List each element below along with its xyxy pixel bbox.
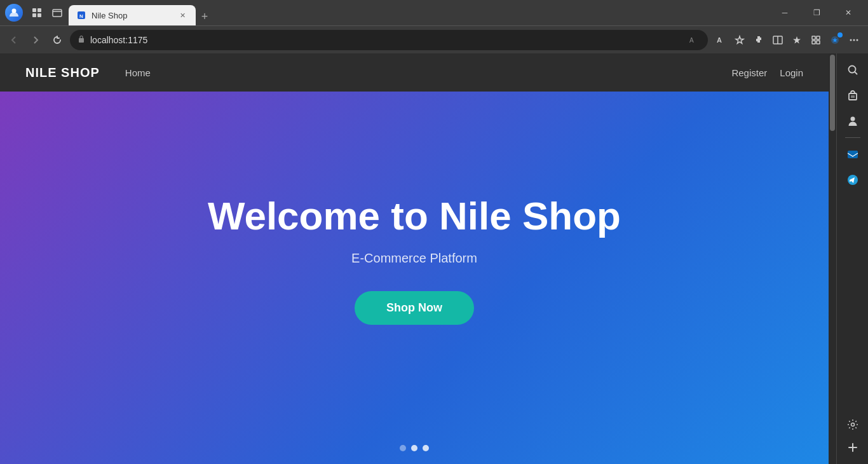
tab-title: Nile Shop [92, 11, 172, 20]
favorites-bar-button[interactable] [788, 31, 806, 49]
svg-rect-16 [817, 41, 820, 44]
minimize-button[interactable]: ─ [770, 3, 799, 23]
svg-text:N: N [79, 13, 83, 19]
window-controls: ─ ❒ ✕ [770, 3, 863, 23]
site-logo[interactable]: NILE SHOP [25, 65, 100, 80]
add-sidebar-button[interactable] [841, 436, 864, 459]
shopping-sidebar-button[interactable] [841, 84, 864, 107]
sidebar-divider [845, 137, 860, 138]
svg-point-19 [853, 39, 855, 41]
refresh-button[interactable] [48, 31, 66, 49]
security-icon [78, 35, 85, 44]
carousel-dot-3[interactable] [423, 445, 429, 451]
address-bar-icons: A [685, 32, 700, 48]
more-button[interactable] [845, 31, 863, 49]
svg-rect-8 [79, 38, 84, 43]
svg-rect-3 [32, 13, 36, 17]
svg-rect-1 [32, 8, 36, 12]
favorites-button[interactable] [731, 31, 749, 49]
svg-point-27 [851, 423, 854, 426]
profile-icon[interactable] [5, 4, 23, 22]
carousel-dot-2[interactable] [411, 445, 417, 451]
svg-text:A: A [689, 37, 694, 44]
close-button[interactable]: ✕ [834, 3, 863, 23]
extensions-button[interactable] [750, 31, 768, 49]
address-text[interactable]: localhost:1175 [90, 35, 680, 45]
sidebar-bottom [841, 413, 864, 459]
svg-point-24 [850, 117, 855, 121]
carousel-dot-1[interactable] [400, 445, 406, 451]
reader-view-button[interactable]: A [712, 31, 729, 49]
svg-rect-5 [53, 10, 62, 17]
tab-overview-icon[interactable] [48, 4, 66, 22]
browser-titlebar: N Nile Shop ✕ + ─ ❒ ✕ [0, 0, 868, 25]
svg-rect-2 [37, 8, 41, 12]
copilot-button[interactable] [826, 31, 844, 49]
people-sidebar-button[interactable] [841, 109, 864, 132]
scrollbar-thumb[interactable] [830, 55, 835, 131]
split-screen-button[interactable] [769, 31, 787, 49]
carousel-dots [400, 445, 429, 451]
browser-sidebar [836, 53, 868, 464]
new-tab-button[interactable]: + [196, 8, 214, 25]
site-navbar: NILE SHOP Home Register Login [0, 53, 829, 92]
scrollbar[interactable] [829, 53, 836, 464]
home-link[interactable]: Home [125, 67, 151, 78]
active-tab[interactable]: N Nile Shop ✕ [69, 5, 196, 25]
toolbar-right: A [712, 31, 863, 49]
svg-rect-13 [812, 36, 815, 39]
login-link[interactable]: Login [780, 67, 803, 78]
telegram-sidebar-button[interactable] [841, 168, 864, 191]
hero-section: Welcome to Nile Shop E-Commerce Platform… [0, 92, 829, 464]
collections-button[interactable] [807, 31, 825, 49]
svg-point-20 [857, 39, 858, 41]
site-nav-links: Home [125, 67, 732, 78]
read-aloud-icon[interactable]: A [685, 32, 700, 48]
svg-text:A: A [717, 36, 722, 44]
outlook-sidebar-button[interactable] [841, 143, 864, 166]
webpage: NILE SHOP Home Register Login Welcome to… [0, 53, 829, 464]
hero-subtitle: E-Commerce Platform [351, 251, 477, 266]
tab-favicon: N [76, 10, 86, 20]
workspaces-icon[interactable] [28, 4, 46, 22]
forward-button[interactable] [27, 31, 44, 49]
tab-close-button[interactable]: ✕ [177, 10, 188, 21]
svg-point-18 [850, 39, 852, 41]
shop-now-button[interactable]: Shop Now [355, 291, 474, 325]
search-sidebar-button[interactable] [841, 58, 864, 81]
address-bar[interactable]: localhost:1175 A [70, 30, 708, 50]
hero-title: Welcome to Nile Shop [208, 193, 621, 238]
svg-rect-4 [37, 13, 41, 17]
svg-rect-23 [851, 95, 855, 98]
copilot-badge [837, 32, 843, 38]
register-link[interactable]: Register [731, 67, 767, 78]
browser-toolbar: localhost:1175 A A [0, 25, 868, 53]
back-button[interactable] [5, 31, 23, 49]
maximize-button[interactable]: ❒ [802, 3, 831, 23]
site-nav-right: Register Login [731, 67, 803, 78]
svg-rect-14 [817, 36, 820, 39]
tab-strip: N Nile Shop ✕ + [69, 0, 768, 25]
svg-rect-15 [812, 41, 815, 44]
settings-sidebar-button[interactable] [841, 413, 864, 436]
